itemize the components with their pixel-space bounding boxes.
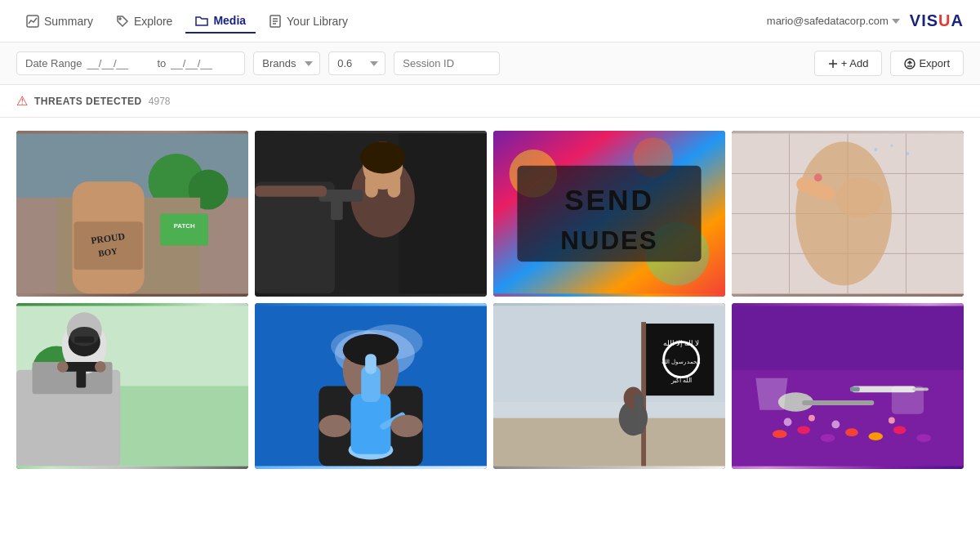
svg-rect-101 — [850, 386, 860, 391]
svg-point-48 — [890, 145, 893, 147]
svg-point-26 — [360, 141, 405, 173]
svg-point-68 — [95, 361, 106, 373]
svg-rect-79 — [365, 354, 376, 373]
nav-summary-label: Summary — [44, 15, 93, 28]
card-3-image: SEND NUDES — [493, 131, 725, 297]
svg-point-49 — [906, 152, 909, 155]
nav-item-summary[interactable]: Summary — [16, 10, 103, 33]
svg-rect-98 — [802, 400, 874, 405]
svg-text:SEND: SEND — [564, 184, 654, 216]
date-range-label: Date Range — [25, 57, 82, 69]
card-8-image — [732, 303, 964, 469]
svg-marker-114 — [755, 377, 787, 409]
svg-point-112 — [889, 417, 895, 423]
threats-bar: ⚠ THREATS DETECTED 4978 — [0, 85, 980, 118]
svg-rect-28 — [388, 173, 401, 197]
card-4-image — [732, 131, 964, 297]
svg-text:PATCH: PATCH — [174, 222, 195, 230]
svg-point-104 — [821, 434, 835, 442]
date-to-input[interactable] — [171, 57, 236, 69]
svg-point-111 — [831, 420, 840, 428]
nav-bar: Summary Explore Media Your Library — [0, 0, 980, 42]
nav-explore-label: Explore — [134, 15, 172, 28]
card-5-image — [16, 303, 248, 469]
media-card-3[interactable]: SEND NUDES — [493, 131, 725, 297]
nav-library-label: Your Library — [287, 15, 348, 28]
svg-point-109 — [784, 418, 792, 426]
svg-text:محمد رسول الله: محمد رسول الله — [662, 359, 701, 365]
media-card-7[interactable]: لا إله إلا الله محمد رسول الله الله اكبر — [493, 303, 725, 469]
nav-item-explore[interactable]: Explore — [106, 10, 182, 33]
svg-rect-15 — [74, 221, 143, 270]
svg-text:NUDES: NUDES — [560, 226, 657, 255]
svg-rect-66 — [76, 370, 86, 388]
score-dropdown[interactable]: 0.6 0.10.20.30.40.5 0.70.80.9 — [328, 51, 385, 75]
add-button[interactable]: + Add — [814, 51, 883, 76]
svg-point-67 — [57, 361, 69, 373]
date-from-input[interactable] — [87, 57, 152, 69]
toolbar: Date Range to Brands 0.6 0.10.20.30.40.5… — [0, 42, 980, 85]
svg-text:لا إله إلا الله: لا إله إلا الله — [663, 339, 700, 348]
brands-dropdown[interactable]: Brands — [253, 51, 320, 75]
export-icon — [904, 58, 915, 69]
user-email[interactable]: mario@safedatacorp.com — [767, 15, 900, 27]
media-card-4[interactable] — [732, 131, 964, 297]
svg-point-108 — [916, 434, 931, 442]
svg-rect-94 — [634, 394, 644, 434]
media-card-8[interactable] — [732, 303, 964, 469]
svg-rect-30 — [331, 200, 343, 220]
svg-point-53 — [814, 173, 822, 181]
svg-point-102 — [773, 430, 787, 438]
session-id-input[interactable] — [394, 51, 500, 75]
svg-point-82 — [390, 415, 422, 437]
svg-rect-113 — [892, 386, 924, 413]
svg-point-51 — [835, 177, 884, 217]
svg-point-105 — [845, 428, 858, 436]
svg-point-50 — [795, 141, 892, 285]
svg-point-103 — [797, 426, 810, 434]
svg-text:الله اكبر: الله اكبر — [670, 376, 692, 383]
media-card-2[interactable] — [255, 131, 487, 297]
chevron-down-icon — [892, 19, 900, 24]
tag-icon — [116, 15, 129, 28]
svg-rect-31 — [255, 185, 327, 197]
svg-point-47 — [874, 148, 877, 151]
media-grid: PROUD BOY PATCH — [0, 118, 980, 482]
nav-media-label: Media — [213, 14, 246, 27]
svg-rect-64 — [74, 337, 94, 343]
nav-item-your-library[interactable]: Your Library — [259, 10, 358, 33]
nav-right: mario@safedatacorp.com VISUA — [767, 11, 964, 30]
nav-item-media[interactable]: Media — [185, 9, 256, 34]
media-card-5[interactable] — [16, 303, 248, 469]
svg-point-106 — [868, 432, 883, 440]
svg-point-81 — [318, 415, 350, 437]
plus-icon — [828, 59, 838, 69]
card-1-image: PROUD BOY PATCH — [16, 131, 248, 297]
date-to-label: to — [157, 57, 166, 69]
export-button[interactable]: Export — [890, 51, 964, 76]
card-2-image — [255, 131, 487, 297]
svg-rect-85 — [493, 418, 725, 466]
warning-icon: ⚠ — [16, 93, 28, 109]
card-6-image — [255, 303, 487, 469]
date-range-filter: Date Range to — [16, 51, 245, 75]
media-card-6[interactable] — [255, 303, 487, 469]
folder-icon — [195, 14, 208, 27]
nav-items: Summary Explore Media Your Library — [16, 9, 767, 34]
logo: VISUA — [910, 11, 964, 30]
svg-point-1 — [119, 18, 121, 20]
media-card-1[interactable]: PROUD BOY PATCH — [16, 131, 248, 297]
threats-label: THREATS DETECTED — [34, 96, 142, 107]
threats-count: 4978 — [149, 96, 171, 107]
svg-rect-27 — [365, 173, 378, 197]
book-icon — [269, 15, 282, 28]
chart-icon — [26, 15, 39, 28]
svg-point-107 — [893, 426, 906, 434]
card-7-image: لا إله إلا الله محمد رسول الله الله اكبر — [493, 303, 725, 469]
svg-point-110 — [808, 415, 815, 422]
